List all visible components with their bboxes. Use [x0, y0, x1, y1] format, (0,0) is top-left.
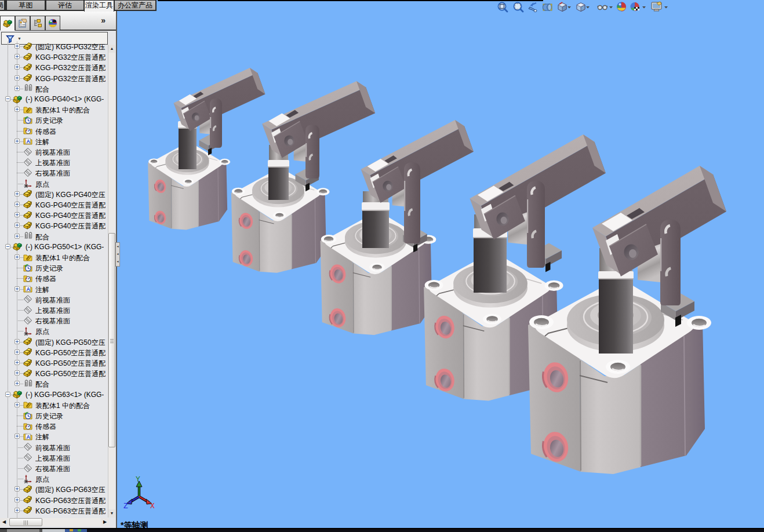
svg-text:X: X	[150, 502, 155, 511]
svg-text:A: A	[27, 139, 31, 144]
svg-text:Z: Z	[123, 502, 128, 511]
svg-text:A: A	[27, 434, 31, 440]
svg-text:Y: Y	[136, 475, 140, 484]
svg-text:A: A	[27, 286, 31, 292]
